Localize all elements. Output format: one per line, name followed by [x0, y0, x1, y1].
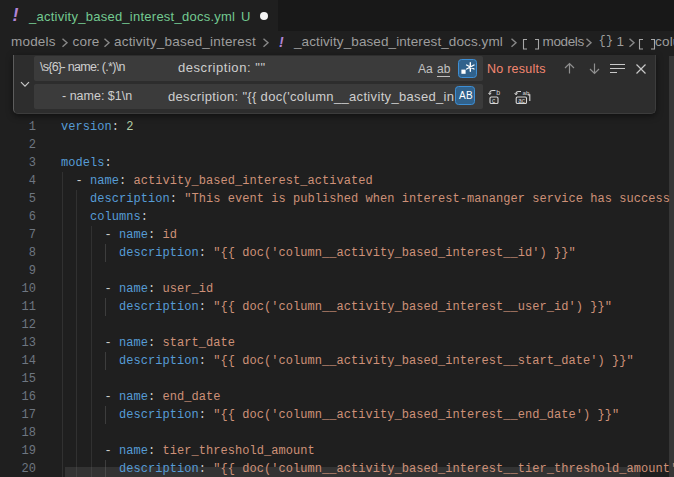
- svg-text:c: c: [492, 96, 496, 103]
- svg-text:b: b: [496, 89, 500, 96]
- svg-text:ac: ac: [518, 96, 525, 103]
